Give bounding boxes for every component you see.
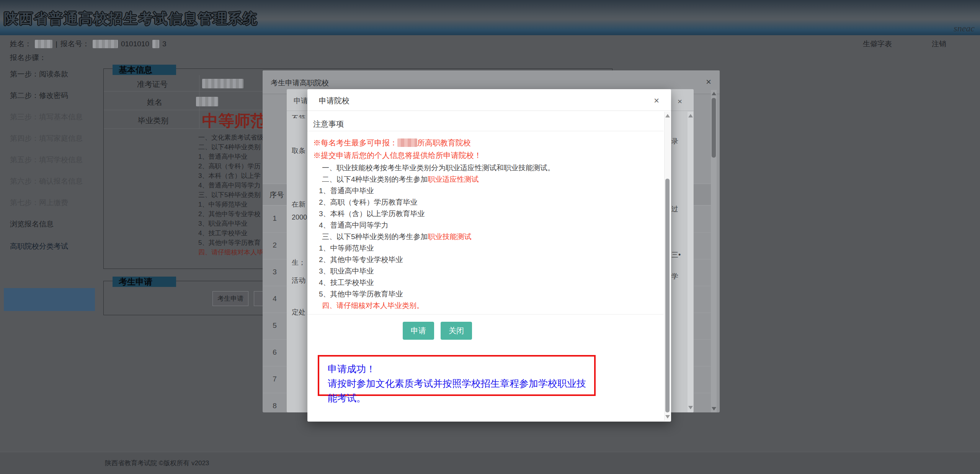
notice-list: 一、职业技能校考按考生毕业类别分为职业适应性测试和职业技能测试。 二、以下4种毕… [319,162,555,311]
sidebar-item-vocational-exam[interactable]: 高职院校分类考试 [10,241,68,251]
middle-scrollbar[interactable] [688,112,693,412]
logout-link[interactable]: 注销 [932,39,946,49]
scroll-down-icon[interactable] [665,415,670,419]
regno-redacted-2 [152,40,159,48]
quota-redacted [397,138,417,147]
secondary-button-fragment[interactable] [254,291,263,306]
basic-info-section-title: 基本信息 [113,65,176,75]
sidebar-item-step6: 第六步：确认报名信息 [10,176,83,186]
exam-no-label: 准考证号 [137,79,168,90]
divider [307,314,663,314]
outer-modal-title: 考生申请高职院校 [271,78,329,88]
dialog-close-icon[interactable]: × [654,96,659,105]
app-title: 陕西省普通高校招生考试信息管理系统 [4,9,258,28]
text-fragment: 过 [671,204,678,213]
notice-privacy-line: ※提交申请后您的个人信息将提供给所申请院校！ [313,150,482,161]
user-bar: 姓名： | 报名号： 0101010 3 生僻字表 注销 [0,35,980,52]
sidebar-item-browse[interactable]: 浏览报名信息 [10,219,54,229]
page-footer: 陕西省教育考试院 ©版权所有 v2023 [0,452,980,474]
sidebar-item-step4: 第四步：填写家庭信息 [10,134,83,143]
middle-modal-close-icon[interactable]: × [678,97,682,106]
sidebar-item-step5: 第五步：填写学校信息 [10,155,83,165]
sidebar-item-step7: 第七步：网上缴费 [10,198,68,208]
success-message-box: 申请成功！ 请按时参加文化素质考试并按照学校招生章程参加学校职业技能考试。 [318,355,596,396]
divider [307,131,663,131]
sidebar-active-highlight [4,288,95,311]
regno-tail: 3 [162,40,167,48]
scroll-down-icon[interactable] [712,407,716,410]
name-label: 姓名： [10,39,32,49]
dialog-title: 申请院校 [319,96,350,106]
scroll-up-icon[interactable] [712,92,716,95]
footer-text: 陕西省教育考试院 ©版权所有 v2023 [105,459,209,467]
scroll-down-icon[interactable] [688,406,693,409]
success-line1: 申请成功！ [328,362,594,376]
grad-type-label: 毕业类别 [138,116,168,126]
text-fragment: 录 [671,137,678,146]
text-fragment: 学 [671,272,678,281]
dialog-scrollbar-thumb[interactable] [665,179,670,412]
apply-college-dialog: 申请院校 × 注意事项 ※每名考生最多可申报：所高职教育院校 ※提交申请后您的个… [307,89,671,422]
applicant-section-title: 考生申请 [113,277,176,287]
brand-text: sneac [954,23,975,34]
regno-redacted [93,40,118,48]
text-fragment: 活动 [292,276,305,285]
regno-label: 报名号： [60,39,90,49]
app-window: 陕西省普通高校招生考试信息管理系统 sneac 姓名： | 报名号： 01010… [0,0,980,474]
steps-heading: 报名步骤： [10,53,46,63]
regno-digits: 0101010 [121,40,149,48]
dialog-titlebar: 申请院校 × [307,89,671,111]
rare-characters-link[interactable]: 生僻字表 [863,39,892,49]
outer-modal-close-icon[interactable]: × [706,77,711,86]
app-header: 陕西省普通高校招生考试信息管理系统 sneac [0,0,980,35]
text-fragment: 取条 [292,146,305,155]
outer-scrollbar-thumb[interactable] [712,98,716,158]
name-row-label: 姓名 [147,97,162,108]
separator: | [56,40,57,48]
applicant-apply-button[interactable]: 考生申请 [212,291,248,306]
close-button[interactable]: 关闭 [441,322,472,340]
success-line2: 请按时参加文化素质考试并按照学校招生章程参加学校职业技能考试。 [328,376,594,405]
text-fragment: 三• [671,250,681,259]
name-value-redacted [196,97,218,106]
sidebar-item-step1[interactable]: 第一步：阅读条款 [10,69,68,79]
sidebar-item-step3: 第三步：填写基本信息 [10,112,83,122]
apply-button[interactable]: 申请 [403,322,434,340]
seq-column-header: 序号 [270,190,284,200]
text-fragment: 定处 [292,308,305,317]
scroll-up-icon[interactable] [688,114,693,117]
text-fragment: 在新 [292,200,305,209]
notice-quota-line: ※每名考生最多可申报：所高职教育院校 [313,138,471,148]
text-fragment: 生； [292,258,305,267]
scroll-up-icon[interactable] [665,114,670,117]
notice-heading: 注意事项 [313,119,344,129]
sidebar: 报名步骤： 第一步：阅读条款 第二步：修改密码 第三步：填写基本信息 第四步：填… [0,52,100,435]
exam-no-redacted [202,79,243,88]
name-redacted [35,40,52,48]
grad-type-notes: 一、文化素质考试省级二、以下4种毕业类别 1、普通高中毕业2、高职（专科）学历 … [198,133,263,257]
text-fragment: 2000 [292,213,307,222]
quota-prefix: ※每名考生最多可申报： [313,138,397,147]
sidebar-item-step2[interactable]: 第二步：修改密码 [10,91,68,101]
text-fragment: 不符 [292,114,305,118]
quota-suffix: 所高职教育院校 [417,138,471,147]
